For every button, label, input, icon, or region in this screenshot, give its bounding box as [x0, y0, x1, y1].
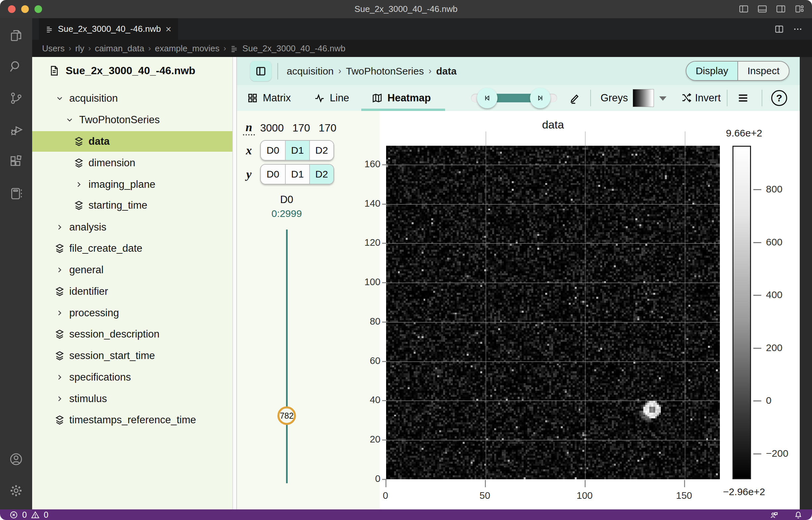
- x-d1-button[interactable]: D1: [285, 141, 309, 160]
- colorbar-tick-mark: [753, 453, 761, 454]
- colorbar-tick-label: 400: [766, 289, 783, 301]
- divider: [727, 90, 728, 106]
- y-d1-button[interactable]: D1: [285, 165, 309, 184]
- colormap-label: Greys: [600, 92, 628, 104]
- tree-item-dimension[interactable]: dimension: [32, 153, 232, 173]
- x-tick-mark: [684, 480, 685, 487]
- feedback-icon[interactable]: [769, 511, 779, 519]
- tree-item-specifications[interactable]: specifications: [32, 367, 232, 388]
- breadcrumb-item[interactable]: caiman_data: [95, 43, 144, 54]
- panel-breadcrumb-item[interactable]: TwoPhotonSeries: [346, 66, 424, 77]
- notifications-bell-icon[interactable]: [794, 511, 803, 519]
- x-tick-label: 0: [369, 490, 402, 501]
- layers-icon: [73, 136, 84, 147]
- breadcrumb-item[interactable]: example_movies: [155, 43, 219, 54]
- colorbar-tick-mark: [753, 400, 761, 401]
- skip-end-handle[interactable]: [530, 88, 550, 108]
- tab-nwb-file[interactable]: Sue_2x_3000_40_-46.nwb ×: [39, 18, 178, 40]
- minimize-window-button[interactable]: [21, 5, 29, 13]
- panel-breadcrumb-item[interactable]: acquisition: [287, 66, 334, 77]
- frame-slider[interactable]: [286, 230, 288, 483]
- tree-item-stimulus[interactable]: stimulus: [32, 389, 232, 409]
- breadcrumb-item[interactable]: rly: [75, 43, 84, 54]
- run-debug-icon[interactable]: [9, 122, 24, 137]
- heatmap-plot[interactable]: [386, 146, 720, 479]
- shape-row: n 3000 170 170: [243, 120, 337, 135]
- tab-close-icon[interactable]: ×: [165, 24, 171, 34]
- sidebar-toggle-button[interactable]: [250, 61, 271, 81]
- nwb-display-panel: acquisition › TwoPhotonSeries › data Dis…: [237, 57, 800, 510]
- maximize-window-button[interactable]: [34, 5, 42, 13]
- heatmap-canvas[interactable]: [386, 146, 720, 479]
- tab-bar: Sue_2x_3000_40_-46.nwb ×: [32, 18, 812, 40]
- invert-button[interactable]: Invert: [695, 92, 721, 104]
- tree-item-starting-time[interactable]: starting_time: [32, 195, 232, 216]
- skip-start-handle[interactable]: [477, 88, 497, 108]
- y-d2-button[interactable]: D2: [309, 165, 334, 184]
- split-editor-icon[interactable]: [774, 24, 784, 34]
- problems-status[interactable]: 0 0: [9, 510, 48, 520]
- frame-range-slider[interactable]: [471, 87, 557, 109]
- dim-size: 3000: [260, 122, 284, 134]
- tab-heatmap[interactable]: Heatmap: [371, 92, 431, 104]
- toggle-secondary-sidebar-icon[interactable]: [776, 4, 786, 14]
- tree-item-imaging-plane[interactable]: imaging_plane: [32, 174, 232, 195]
- tree-item-data[interactable]: data: [32, 131, 232, 152]
- edit-pen-icon[interactable]: [568, 92, 581, 104]
- y-tick-mark: [382, 321, 387, 322]
- y-d0-button[interactable]: D0: [261, 165, 285, 184]
- tree-item-session-description[interactable]: session_description: [32, 324, 232, 344]
- source-control-icon[interactable]: [9, 91, 24, 106]
- tree-item-analysis[interactable]: analysis: [32, 217, 232, 237]
- menu-hamburger-icon[interactable]: [737, 92, 749, 104]
- tab-matrix[interactable]: Matrix: [247, 92, 291, 104]
- help-button[interactable]: ?: [771, 90, 787, 106]
- chevron-right-icon: ›: [428, 66, 432, 76]
- file-title: Sue_2x_3000_40_-46.nwb: [66, 64, 195, 77]
- customize-layout-icon[interactable]: [794, 4, 805, 14]
- toggle-sidebar-icon[interactable]: [738, 4, 749, 14]
- explorer-icon[interactable]: [9, 28, 24, 43]
- nwb-extension-icon[interactable]: [9, 186, 24, 201]
- tree-item-session-start-time[interactable]: session_start_time: [32, 345, 232, 366]
- close-window-button[interactable]: [8, 5, 16, 13]
- divider: [590, 90, 591, 106]
- sidebar-scrollbar-gutter[interactable]: [232, 57, 237, 510]
- n-label: n: [243, 120, 255, 135]
- x-d0-button[interactable]: D0: [261, 141, 285, 160]
- tree-item-general[interactable]: general: [32, 260, 232, 280]
- y-tick-label: 120: [346, 237, 380, 248]
- inspect-mode-button[interactable]: Inspect: [737, 61, 789, 80]
- x-d2-button[interactable]: D2: [309, 141, 334, 160]
- colormap-swatch[interactable]: [633, 89, 654, 107]
- window-title: Sue_2x_3000_40_-46.nwb: [354, 4, 458, 14]
- tree-item-processing[interactable]: processing: [32, 303, 232, 323]
- tree-item-acquisition[interactable]: acquisition: [32, 88, 232, 109]
- y-tick-label: 0: [346, 473, 380, 484]
- breadcrumb-item[interactable]: Users: [42, 43, 65, 54]
- more-actions-icon[interactable]: [793, 24, 803, 34]
- chevron-right-icon: ›: [338, 66, 341, 76]
- settings-gear-icon[interactable]: [9, 483, 24, 498]
- tree-item-timestamps-reference-time[interactable]: timestamps_reference_time: [32, 410, 232, 430]
- chevron-right-icon: [55, 309, 64, 317]
- invert-swap-icon[interactable]: [681, 92, 692, 104]
- frame-slider-handle[interactable]: 782: [277, 407, 296, 425]
- tree-item-twophotonseries[interactable]: TwoPhotonSeries: [32, 110, 232, 130]
- x-label: x: [243, 144, 255, 157]
- gridline: [386, 400, 720, 401]
- tree-item-identifier[interactable]: identifier: [32, 281, 232, 302]
- extensions-icon[interactable]: [9, 154, 24, 169]
- x-tick-mark: [585, 480, 586, 487]
- search-icon[interactable]: [9, 59, 24, 74]
- tab-line[interactable]: Line: [314, 92, 349, 104]
- account-icon[interactable]: [9, 452, 24, 467]
- toggle-panel-icon[interactable]: [757, 4, 768, 14]
- x-tick-label: 50: [468, 490, 501, 501]
- gridline: [486, 131, 486, 479]
- breadcrumb-file[interactable]: Sue_2x_3000_40_-46.nwb: [242, 43, 345, 54]
- tree-item-file-create-date[interactable]: file_create_date: [32, 238, 232, 259]
- y-label: y: [243, 167, 255, 181]
- display-mode-button[interactable]: Display: [686, 61, 737, 80]
- chevron-down-icon[interactable]: [659, 96, 666, 101]
